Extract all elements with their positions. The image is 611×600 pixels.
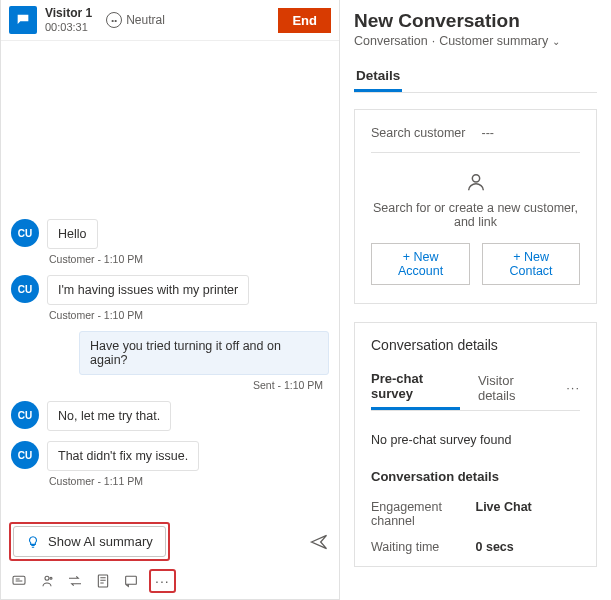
notes-icon[interactable] xyxy=(95,573,111,589)
page-title: New Conversation xyxy=(354,10,597,32)
new-account-button[interactable]: + New Account xyxy=(371,243,470,285)
consult-icon[interactable] xyxy=(39,573,55,589)
tabs: Details xyxy=(354,62,597,93)
show-ai-summary-button[interactable]: Show AI summary xyxy=(13,526,166,557)
chat-pane: Visitor 1 00:03:31 •• Neutral End CU Hel… xyxy=(0,0,340,600)
message-row: CU No, let me try that. xyxy=(11,401,329,431)
lightbulb-icon xyxy=(26,535,40,549)
customer-buttons: + New Account + New Contact xyxy=(371,243,580,285)
no-survey-text: No pre-chat survey found xyxy=(371,433,580,447)
svg-rect-0 xyxy=(13,576,25,584)
message-bubble: That didn't fix my issue. xyxy=(47,441,199,471)
subtab-visitor-details[interactable]: Visitor details xyxy=(478,367,548,409)
svg-rect-3 xyxy=(98,575,107,587)
search-customer-row[interactable]: Search customer --- xyxy=(371,126,580,153)
more-actions-highlight: ··· xyxy=(151,571,174,591)
svg-point-5 xyxy=(472,175,479,182)
breadcrumb-item[interactable]: Customer summary xyxy=(439,34,548,48)
message-row: CU Hello xyxy=(11,219,329,249)
search-customer-label: Search customer xyxy=(371,126,465,140)
customer-avatar: CU xyxy=(11,219,39,247)
message-bubble: Have you tried turning it off and on aga… xyxy=(79,331,329,375)
knowledge-icon[interactable] xyxy=(123,573,139,589)
subtab-more-icon[interactable]: ··· xyxy=(566,380,580,395)
sentiment-label: Neutral xyxy=(126,13,165,27)
detail-key: Engagement channel xyxy=(371,500,476,528)
message-meta: Customer - 1:10 PM xyxy=(49,309,329,321)
detail-value: 0 secs xyxy=(476,540,581,554)
detail-key: Waiting time xyxy=(371,540,476,554)
message-bubble: Hello xyxy=(47,219,98,249)
svg-point-1 xyxy=(45,576,49,580)
person-icon xyxy=(465,171,487,193)
conversation-details-title: Conversation details xyxy=(371,337,580,353)
breadcrumb: Conversation · Customer summary ⌄ xyxy=(354,34,597,48)
message-row: CU I'm having issues with my printer xyxy=(11,275,329,305)
detail-value: Live Chat xyxy=(476,500,581,528)
conversation-subtabs: Pre-chat survey Visitor details ··· xyxy=(371,365,580,411)
end-button[interactable]: End xyxy=(278,8,331,33)
detail-row: Waiting time 0 secs xyxy=(371,534,580,560)
conversation-details-card: Conversation details Pre-chat survey Vis… xyxy=(354,322,597,567)
message-row: Have you tried turning it off and on aga… xyxy=(11,331,329,375)
more-actions-icon[interactable]: ··· xyxy=(155,573,170,589)
customer-card: Search customer --- Search for or create… xyxy=(354,109,597,304)
chat-app-icon xyxy=(9,6,37,34)
ai-summary-label: Show AI summary xyxy=(48,534,153,549)
subtab-pre-chat-survey[interactable]: Pre-chat survey xyxy=(371,365,460,410)
customer-avatar: CU xyxy=(11,275,39,303)
message-meta: Customer - 1:11 PM xyxy=(49,475,329,487)
svg-rect-4 xyxy=(126,576,137,584)
message-bubble: I'm having issues with my printer xyxy=(47,275,249,305)
chevron-down-icon[interactable]: ⌄ xyxy=(552,36,560,47)
search-customer-value: --- xyxy=(481,126,494,140)
ai-summary-highlight: Show AI summary xyxy=(11,524,168,559)
message-meta: Customer - 1:10 PM xyxy=(49,253,329,265)
session-timer: 00:03:31 xyxy=(45,21,92,34)
quick-replies-icon[interactable] xyxy=(11,573,27,589)
transfer-icon[interactable] xyxy=(67,573,83,589)
sentiment-indicator: •• Neutral xyxy=(106,12,165,28)
tab-details[interactable]: Details xyxy=(354,62,402,92)
breadcrumb-item: Conversation xyxy=(354,34,428,48)
neutral-face-icon: •• xyxy=(106,12,122,28)
action-bar: ··· xyxy=(1,565,339,599)
new-contact-button[interactable]: + New Contact xyxy=(482,243,580,285)
chat-header: Visitor 1 00:03:31 •• Neutral End xyxy=(1,0,339,41)
chat-body: CU Hello Customer - 1:10 PM CU I'm havin… xyxy=(1,41,339,516)
detail-row: Engagement channel Live Chat xyxy=(371,494,580,534)
input-area: Show AI summary xyxy=(1,516,339,565)
customer-empty-state: Search for or create a new customer, and… xyxy=(371,171,580,229)
customer-avatar: CU xyxy=(11,441,39,469)
message-bubble: No, let me try that. xyxy=(47,401,171,431)
message-meta: Sent - 1:10 PM xyxy=(11,379,323,391)
summary-pane: New Conversation Conversation · Customer… xyxy=(340,0,611,600)
visitor-info: Visitor 1 00:03:31 xyxy=(45,6,92,34)
customer-avatar: CU xyxy=(11,401,39,429)
svg-point-2 xyxy=(50,577,52,579)
message-row: CU That didn't fix my issue. xyxy=(11,441,329,471)
conversation-details-heading: Conversation details xyxy=(371,469,580,484)
customer-empty-text: Search for or create a new customer, and… xyxy=(371,201,580,229)
send-icon[interactable] xyxy=(309,532,329,552)
visitor-name: Visitor 1 xyxy=(45,6,92,20)
